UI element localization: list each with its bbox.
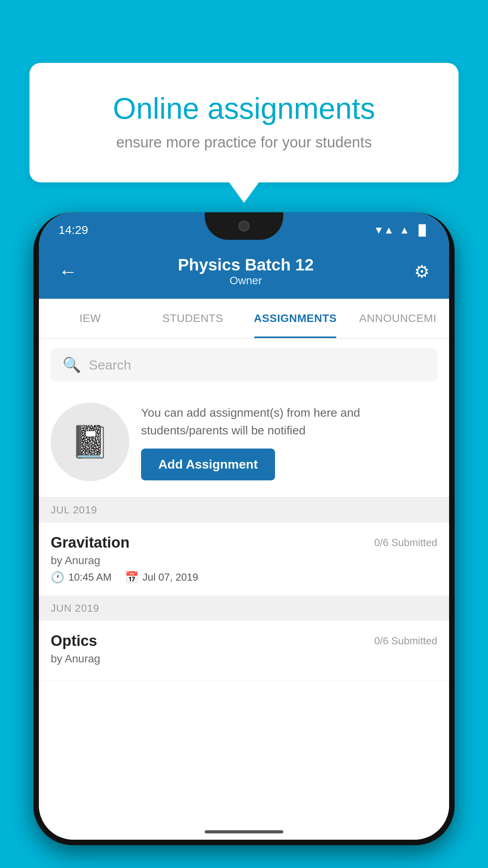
promo-icon-circle: 📓 [51,403,129,481]
assignment-submitted-gravitation: 0/6 Submitted [374,537,437,549]
calendar-icon: 📅 [125,571,139,584]
meta-date-gravitation: 📅 Jul 07, 2019 [125,571,198,584]
header-subtitle: Owner [178,274,314,287]
app-content: 🔍 Search 📓 You can add assignment(s) fro… [39,339,449,840]
promo-content: You can add assignment(s) from here and … [141,404,437,480]
search-bar-container: 🔍 Search [39,339,449,391]
assignment-optics-row1: Optics 0/6 Submitted [51,633,437,649]
app-header: ← Physics Batch 12 Owner ⚙ [39,248,449,299]
battery-icon: ▐▌ [415,224,429,236]
search-icon: 🔍 [62,356,81,373]
status-icons: ▼▲ ▲ ▐▌ [374,224,429,236]
speech-bubble-title: Online assignments [61,90,427,126]
tab-students[interactable]: STUDENTS [141,299,244,338]
search-bar[interactable]: 🔍 Search [51,348,437,381]
wifi-icon: ▼▲ [374,224,394,236]
assignment-meta-gravitation: 🕐 10:45 AM 📅 Jul 07, 2019 [51,571,437,584]
status-time: 14:29 [59,223,88,237]
clock-icon: 🕐 [51,571,64,584]
assignment-submitted-optics: 0/6 Submitted [374,635,437,647]
settings-button[interactable]: ⚙ [414,261,429,281]
assignment-item-gravitation[interactable]: Gravitation 0/6 Submitted by Anurag 🕐 10… [39,522,449,596]
phone-notch [205,212,283,240]
tab-assignments[interactable]: ASSIGNMENTS [244,299,347,338]
search-input[interactable]: Search [89,357,131,373]
front-camera [238,221,250,232]
phone-frame: 14:29 ▼▲ ▲ ▐▌ ← Physics Batch 12 O [33,212,455,845]
tab-iew[interactable]: IEW [39,299,141,338]
assignment-date-gravitation: Jul 07, 2019 [143,571,198,583]
header-title: Physics Batch 12 [178,256,314,274]
assignment-name-gravitation: Gravitation [51,534,130,551]
meta-time-gravitation: 🕐 10:45 AM [51,571,112,584]
tab-announcements[interactable]: ANNOUNCEMI [347,299,449,338]
add-assignment-button[interactable]: Add Assignment [141,449,275,480]
month-separator-jun: JUN 2019 [39,596,449,621]
month-label-jul: JUL 2019 [51,504,97,516]
tabs-container: IEW STUDENTS ASSIGNMENTS ANNOUNCEMI [39,299,449,339]
promo-description: You can add assignment(s) from here and … [141,404,437,439]
month-label-jun: JUN 2019 [51,602,99,614]
phone-container: 14:29 ▼▲ ▲ ▐▌ ← Physics Batch 12 O [33,212,455,868]
phone-screen: 14:29 ▼▲ ▲ ▐▌ ← Physics Batch 12 O [39,212,449,840]
header-center: Physics Batch 12 Owner [178,256,314,287]
assignment-name-optics: Optics [51,633,97,649]
assignment-time-gravitation: 10:45 AM [68,571,112,583]
notebook-icon: 📓 [70,423,110,460]
back-button[interactable]: ← [59,261,77,282]
assignment-by-gravitation: by Anurag [51,554,437,567]
home-bar [205,830,283,833]
assignment-promo: 📓 You can add assignment(s) from here an… [39,391,449,498]
speech-bubble-subtitle: ensure more practice for your students [61,134,427,151]
assignment-by-optics: by Anurag [51,653,437,665]
month-separator-jul: JUL 2019 [39,498,449,522]
status-bar: 14:29 ▼▲ ▲ ▐▌ [39,212,449,248]
speech-bubble-container: Online assignments ensure more practice … [29,63,459,182]
signal-icon: ▲ [399,224,409,236]
speech-bubble: Online assignments ensure more practice … [29,63,459,182]
phone-outer-frame: 14:29 ▼▲ ▲ ▐▌ ← Physics Batch 12 O [33,212,455,845]
assignment-row1: Gravitation 0/6 Submitted [51,534,437,551]
assignment-item-optics[interactable]: Optics 0/6 Submitted by Anurag [39,621,449,681]
